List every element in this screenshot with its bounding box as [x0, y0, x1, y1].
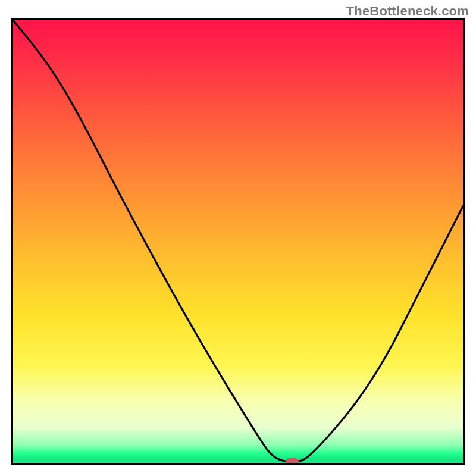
chart-plot-area [11, 18, 465, 465]
optimum-marker [286, 458, 299, 465]
curve-path [13, 20, 463, 462]
bottleneck-curve [13, 20, 463, 463]
watermark-text: TheBottleneck.com [346, 4, 469, 19]
